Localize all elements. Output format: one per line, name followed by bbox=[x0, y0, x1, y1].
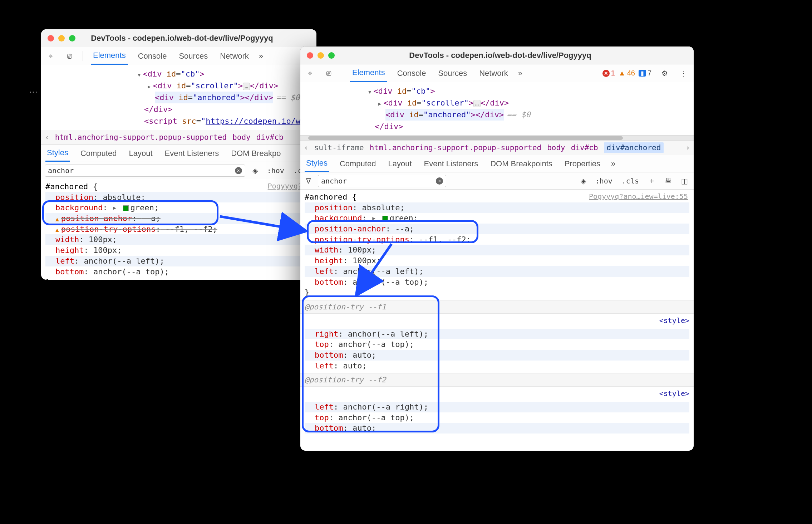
crumb-divcb[interactable]: div#cb bbox=[256, 133, 284, 142]
tab-network[interactable]: Network bbox=[477, 65, 510, 82]
tab-computed[interactable]: Computed bbox=[79, 146, 118, 161]
elements-panel[interactable]: <div id="cb"> <div id="scroller">…</div>… bbox=[300, 82, 694, 135]
style-declaration[interactable]: bottom: anchor(--a top); bbox=[305, 277, 689, 288]
style-declaration[interactable]: position-anchor: --a; bbox=[305, 224, 689, 234]
crumb-divcb[interactable]: div#cb bbox=[571, 143, 598, 152]
breadcrumb[interactable]: ‹ html.anchoring-support.popup-supported… bbox=[41, 130, 316, 145]
device-mode-icon[interactable] bbox=[323, 69, 334, 78]
tab-network[interactable]: Network bbox=[218, 48, 251, 64]
style-declaration[interactable]: bottom: auto; bbox=[305, 350, 689, 361]
clear-filter-icon[interactable]: × bbox=[436, 177, 443, 185]
crumb-body[interactable]: body bbox=[232, 133, 251, 142]
tab-layout[interactable]: Layout bbox=[127, 146, 154, 161]
tab-console[interactable]: Console bbox=[136, 48, 169, 64]
styles-rules[interactable]: Pogyyyq?ano…iew=live:55 #anchored { posi… bbox=[300, 190, 694, 300]
layers-icon[interactable] bbox=[250, 165, 260, 176]
style-declaration[interactable]: position-try-options: --f1, --f2; bbox=[305, 234, 689, 245]
position-try-section-header[interactable]: @position-try --f1 bbox=[300, 300, 694, 314]
devtools-window-left: DevTools - codepen.io/web-dot-dev/live/P… bbox=[41, 29, 316, 280]
tab-properties[interactable]: Properties bbox=[563, 156, 602, 172]
position-try-section-header[interactable]: @position-try --f2 bbox=[300, 373, 694, 387]
settings-icon[interactable] bbox=[659, 68, 670, 79]
crumb-html[interactable]: html.anchoring-support.popup-supported bbox=[370, 143, 541, 152]
style-declaration[interactable]: position: absolute; bbox=[305, 202, 689, 213]
style-declaration[interactable]: top: anchor(--a top); bbox=[305, 339, 689, 350]
style-declaration[interactable]: left: anchor(--a right); bbox=[305, 402, 689, 412]
more-menu-icon[interactable] bbox=[678, 68, 689, 79]
tab-elements[interactable]: Elements bbox=[91, 47, 128, 65]
style-declaration[interactable]: bottom: anchor(--a top); bbox=[45, 266, 312, 277]
crumb-html[interactable]: html.anchoring-support.popup-supported bbox=[55, 133, 227, 142]
toggle-computed-pane-icon[interactable] bbox=[679, 175, 690, 187]
truncation-ellipsis-icon: … bbox=[29, 84, 38, 95]
elements-panel[interactable]: <div id="cb"> <div id="scroller">…</div>… bbox=[41, 65, 316, 130]
style-declaration[interactable]: height: 100px; bbox=[305, 255, 689, 266]
tab-console[interactable]: Console bbox=[395, 65, 428, 82]
close-icon[interactable] bbox=[48, 35, 54, 41]
style-declaration[interactable]: position-anchor: --a; bbox=[45, 213, 312, 224]
device-mode-icon[interactable] bbox=[64, 52, 75, 61]
style-declaration[interactable]: bottom: auto; bbox=[305, 423, 689, 434]
crumb-iframe[interactable]: sult-iframe bbox=[314, 143, 364, 152]
crumb-right-chev-icon[interactable]: › bbox=[685, 143, 690, 152]
close-icon[interactable] bbox=[307, 52, 313, 59]
style-declaration[interactable]: left: auto; bbox=[305, 361, 689, 371]
style-declaration[interactable]: position-try-options: --f1, --f2; bbox=[45, 224, 312, 235]
titlebar[interactable]: DevTools - codepen.io/web-dot-dev/live/P… bbox=[41, 29, 316, 47]
warning-icon bbox=[55, 225, 61, 234]
tab-styles[interactable]: Styles bbox=[45, 145, 70, 162]
style-declaration[interactable]: background: ▸ green; bbox=[45, 202, 312, 213]
hov-toggle[interactable]: :hov bbox=[593, 175, 615, 187]
filter-funnel-icon[interactable]: ∇ bbox=[304, 175, 313, 187]
horizontal-scrollbar[interactable] bbox=[300, 135, 694, 140]
subtabs-overflow-icon[interactable]: » bbox=[611, 159, 615, 168]
styles-rules[interactable]: Pogyyyq?an #anchored { position: absolut… bbox=[41, 179, 316, 280]
color-swatch-icon[interactable] bbox=[123, 205, 129, 211]
style-declaration[interactable]: left: anchor(--a left); bbox=[45, 256, 312, 266]
tab-event-listeners[interactable]: Event Listeners bbox=[163, 146, 221, 161]
breadcrumb[interactable]: ‹ sult-iframe html.anchoring-support.pop… bbox=[300, 140, 694, 155]
tab-elements[interactable]: Elements bbox=[350, 64, 387, 82]
style-origin-link[interactable]: <style> bbox=[659, 316, 689, 325]
style-declaration[interactable]: top: anchor(--a top); bbox=[305, 412, 689, 423]
color-swatch-icon[interactable] bbox=[382, 216, 388, 221]
tab-styles[interactable]: Styles bbox=[305, 155, 329, 172]
crumb-selected[interactable]: div#anchored bbox=[604, 142, 664, 153]
crumb-left-chev-icon[interactable]: ‹ bbox=[45, 133, 49, 142]
layers-icon[interactable] bbox=[579, 175, 588, 187]
style-declaration[interactable]: width: 100px; bbox=[45, 234, 312, 245]
style-declaration[interactable]: width: 100px; bbox=[305, 245, 689, 255]
tab-layout[interactable]: Layout bbox=[387, 156, 413, 172]
tab-sources[interactable]: Sources bbox=[436, 65, 469, 82]
titlebar[interactable]: DevTools - codepen.io/web-dot-dev/live/P… bbox=[300, 46, 694, 64]
tab-dom-breakpoints[interactable]: DOM Breakpo bbox=[230, 146, 282, 161]
cls-toggle[interactable]: .cls bbox=[620, 175, 641, 187]
tabs-overflow-icon[interactable]: » bbox=[518, 69, 522, 78]
tabs-overflow-icon[interactable]: » bbox=[259, 52, 263, 61]
new-rule-icon[interactable] bbox=[646, 175, 658, 187]
style-declaration[interactable]: height: 100px; bbox=[45, 245, 312, 256]
style-declaration[interactable]: position: absolute; bbox=[45, 192, 312, 203]
styles-filter-input[interactable]: anchor × bbox=[45, 165, 245, 177]
style-origin-link[interactable]: <style> bbox=[659, 389, 689, 398]
tab-dom-breakpoints[interactable]: DOM Breakpoints bbox=[489, 156, 554, 172]
styles-filter-input[interactable]: anchor × bbox=[318, 175, 446, 187]
inspect-element-icon[interactable]: ⌖ bbox=[45, 52, 56, 61]
tab-event-listeners[interactable]: Event Listeners bbox=[423, 156, 480, 172]
tab-computed[interactable]: Computed bbox=[338, 156, 378, 172]
crumb-left-chev-icon[interactable]: ‹ bbox=[304, 143, 309, 152]
error-count[interactable]: ✕1 bbox=[602, 69, 615, 77]
style-declaration[interactable]: background: ▸ green; bbox=[305, 213, 689, 224]
warning-count[interactable]: 46 bbox=[619, 69, 635, 77]
source-link[interactable]: Pogyyyq?ano…iew=live:55 bbox=[589, 192, 688, 201]
issues-summary[interactable]: ✕1 46 ▮7 bbox=[602, 69, 651, 77]
hov-toggle[interactable]: :hov bbox=[265, 165, 286, 176]
clear-filter-icon[interactable]: × bbox=[235, 167, 242, 174]
message-count[interactable]: ▮7 bbox=[639, 69, 651, 77]
crumb-body[interactable]: body bbox=[547, 143, 565, 152]
print-media-icon[interactable]: 🖶 bbox=[663, 175, 674, 186]
inspect-element-icon[interactable]: ⌖ bbox=[305, 69, 315, 78]
tab-sources[interactable]: Sources bbox=[177, 48, 210, 64]
style-declaration[interactable]: left: anchor(--a left); bbox=[305, 266, 689, 277]
style-declaration[interactable]: right: anchor(--a left); bbox=[305, 329, 689, 339]
